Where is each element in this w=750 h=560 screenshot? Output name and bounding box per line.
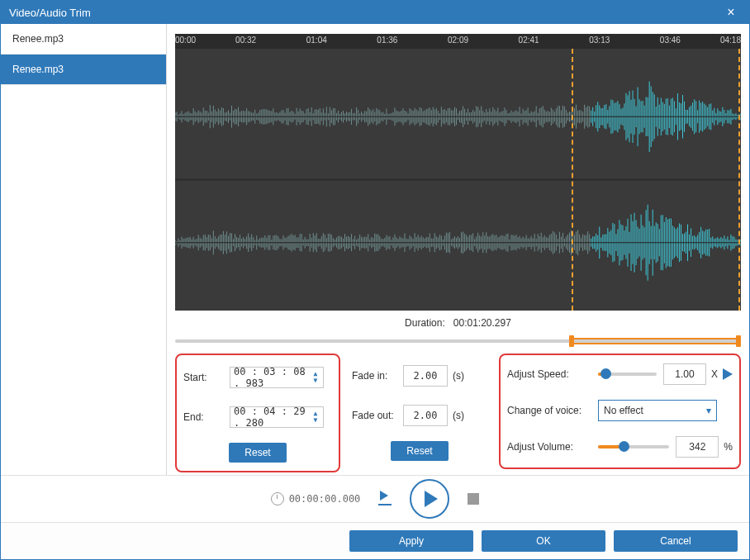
selection-start-marker[interactable] [572, 49, 573, 311]
fade-unit: (s) [453, 410, 464, 421]
controls-row: Start: 00 : 03 : 08 . 983 ▲▼ End: 00 : 0… [175, 354, 741, 472]
end-row: End: 00 : 04 : 29 . 280 ▲▼ [183, 403, 332, 431]
trim-scrubber[interactable] [175, 334, 741, 347]
duration-label: Duration: [405, 317, 445, 329]
start-time-input[interactable]: 00 : 03 : 08 . 983 ▲▼ [230, 367, 324, 388]
fade-out-row: Fade out: 2.00 (s) [352, 401, 487, 429]
cancel-button[interactable]: Cancel [614, 530, 738, 552]
fade-in-label: Fade in: [352, 370, 403, 382]
selection-end-marker[interactable] [738, 49, 740, 311]
reset-trim-button[interactable]: Reset [229, 443, 287, 463]
speed-slider[interactable] [598, 367, 657, 382]
start-time-value: 00 : 03 : 08 . 983 [234, 366, 308, 389]
scrub-selection[interactable] [572, 338, 738, 344]
volume-row: Adjust Volume: 342 % [507, 433, 733, 461]
fade-out-input[interactable]: 2.00 [403, 405, 448, 426]
app-window: Video/Audio Trim × Renee.mp3 Renee.mp3 0… [0, 0, 750, 560]
player-bar: 00:00:00.000 [1, 475, 749, 522]
end-label: End: [183, 411, 230, 423]
fade-group: Fade in: 2.00 (s) Fade out: 2.00 (s) Res… [345, 354, 494, 469]
play-button[interactable] [410, 479, 449, 519]
fade-out-label: Fade out: [352, 410, 403, 421]
main-panel: 00:0000:3201:0401:3602:0902:4103:1303:46… [167, 24, 749, 475]
stop-button[interactable] [468, 493, 479, 505]
voice-row: Change of voice: No effect ▾ [507, 396, 733, 425]
timeline-tick: 01:36 [377, 36, 397, 45]
apply-button[interactable]: Apply [349, 530, 473, 552]
player-time-value: 00:00:00.000 [289, 493, 361, 505]
file-list-item[interactable]: Renee.mp3 [1, 55, 166, 85]
fade-unit: (s) [453, 370, 464, 382]
fade-in-input[interactable]: 2.00 [403, 365, 448, 387]
timeline-tick: 00:32 [235, 36, 256, 45]
file-list-item[interactable]: Renee.mp3 [1, 24, 166, 55]
scrub-handle-end[interactable] [736, 335, 741, 347]
waveform-svg [175, 49, 741, 311]
scrub-handle-start[interactable] [569, 335, 574, 347]
file-list: Renee.mp3 Renee.mp3 [1, 24, 167, 475]
speed-row: Adjust Speed: 1.00 X [507, 360, 733, 388]
play-icon [425, 491, 438, 507]
reset-fade-button[interactable]: Reset [391, 441, 449, 461]
speed-input[interactable]: 1.00 [663, 363, 706, 385]
start-label: Start: [183, 372, 230, 383]
speed-unit: X [711, 368, 718, 380]
timeline-tick: 00:00 [175, 36, 196, 45]
voice-select[interactable]: No effect ▾ [598, 400, 717, 421]
timeline-tick: 03:13 [589, 36, 610, 45]
waveform-display[interactable] [175, 49, 741, 311]
adjust-group: Adjust Speed: 1.00 X Change of voice: No… [499, 354, 741, 469]
timeline-tick: 02:41 [519, 36, 539, 45]
window-title: Video/Audio Trim [9, 7, 91, 19]
footer: Apply OK Cancel [1, 522, 749, 559]
duration-value: 00:01:20.297 [453, 317, 511, 329]
clock-icon [271, 492, 284, 505]
body: Renee.mp3 Renee.mp3 00:0000:3201:0401:36… [1, 24, 749, 475]
volume-label: Adjust Volume: [507, 441, 598, 453]
timeline-tick: 02:09 [448, 36, 468, 45]
timeline-tick: 03:46 [660, 36, 681, 45]
timeline-tick: 01:04 [306, 36, 327, 45]
timeline-ruler[interactable]: 00:0000:3201:0401:3602:0902:4103:1303:46… [175, 34, 741, 49]
set-start-icon[interactable] [378, 492, 392, 505]
preview-speed-icon[interactable] [723, 368, 733, 380]
start-row: Start: 00 : 03 : 08 . 983 ▲▼ [183, 363, 332, 392]
file-list-item-label: Renee.mp3 [12, 33, 64, 45]
voice-label: Change of voice: [507, 405, 598, 416]
player-time: 00:00:00.000 [271, 492, 361, 505]
ok-button[interactable]: OK [482, 530, 605, 552]
volume-slider[interactable] [598, 439, 669, 454]
end-time-input[interactable]: 00 : 04 : 29 . 280 ▲▼ [230, 406, 324, 428]
speed-label: Adjust Speed: [507, 368, 598, 380]
file-list-item-label: Renee.mp3 [12, 64, 64, 75]
chevron-down-icon: ▾ [706, 405, 711, 416]
spin-down-icon[interactable]: ▼ [311, 417, 320, 424]
volume-input[interactable]: 342 [676, 436, 719, 458]
timeline-tick: 04:18 [720, 36, 741, 45]
end-time-value: 00 : 04 : 29 . 280 [234, 406, 308, 429]
fade-in-row: Fade in: 2.00 (s) [352, 362, 487, 390]
voice-value: No effect [604, 405, 643, 416]
titlebar: Video/Audio Trim × [1, 1, 749, 24]
volume-unit: % [724, 441, 733, 453]
spin-down-icon[interactable]: ▼ [311, 377, 320, 384]
duration-readout: Duration: 00:01:20.297 [175, 311, 741, 332]
trim-time-group: Start: 00 : 03 : 08 . 983 ▲▼ End: 00 : 0… [175, 354, 340, 472]
close-icon[interactable]: × [721, 4, 741, 21]
